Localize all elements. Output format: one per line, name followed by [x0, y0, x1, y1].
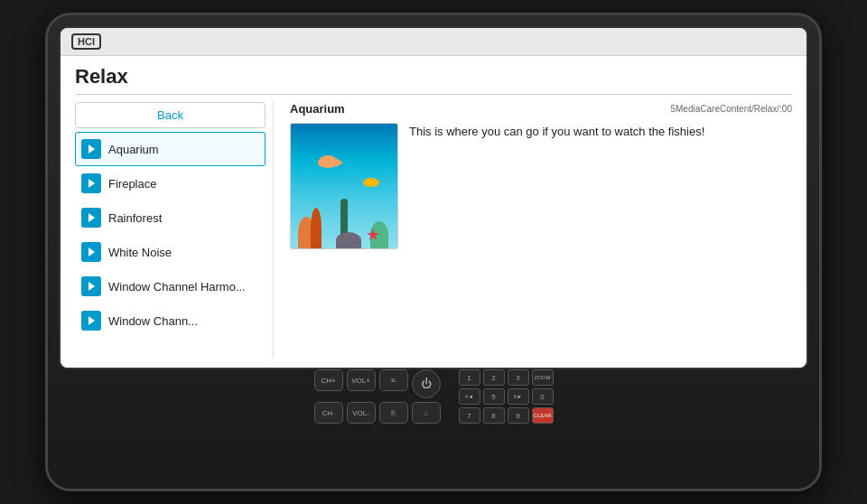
screen-content: Relax Back Aquarium Fireplace: [61, 56, 806, 368]
back-button[interactable]: Back: [75, 102, 266, 128]
numpad: 1 2 3 ZOOM 4◄ 5 6► 0 7 8 9 CLEAR: [459, 369, 554, 424]
top-controls-row: CH+ VOL+ ≡ ⏻: [314, 369, 441, 398]
play-icon-aquarium: [81, 139, 101, 159]
play-icon-rainforest: [81, 208, 101, 228]
hci-logo: HCI: [71, 33, 101, 50]
clear-button[interactable]: CLEAR: [532, 407, 554, 424]
zoom-button[interactable]: ZOOM: [532, 369, 554, 386]
home-button[interactable]: ⌂: [412, 402, 441, 424]
num9-button[interactable]: 9: [508, 407, 529, 424]
list-item-fireplace[interactable]: Fireplace: [75, 166, 266, 201]
fish2-decoration: [363, 178, 379, 187]
list-item-label-aquarium: Aquarium: [108, 143, 159, 156]
play-icon-fireplace: [81, 173, 101, 193]
preview-image: [290, 123, 398, 249]
input-button[interactable]: ⎘: [379, 402, 408, 424]
list-item-label-window-channel-2: Window Chann...: [108, 314, 198, 328]
play-icon-window-channel: [81, 276, 101, 296]
list-item-window-channel-2[interactable]: Window Chann...: [75, 303, 266, 338]
preview-description: This is where you can go if you want to …: [409, 123, 704, 249]
power-button[interactable]: ⏻: [412, 369, 441, 398]
device: HCI Relax Back Aquarium Fireplace: [45, 13, 822, 491]
list-item-white-noise[interactable]: White Noise: [75, 235, 266, 269]
right-panel: Aquarium 5MediaCareContent/Relax/:00: [283, 102, 792, 359]
bottom-controls-row: CH- VOL- ⎘ ⌂: [314, 402, 441, 424]
num8-button[interactable]: 8: [483, 407, 505, 424]
page-title: Relax: [75, 65, 792, 95]
right-header: Aquarium 5MediaCareContent/Relax/:00: [290, 102, 792, 116]
ch-down-button[interactable]: CH-: [314, 402, 343, 424]
num4-button[interactable]: 4◄: [459, 388, 480, 405]
num3-button[interactable]: 3: [508, 369, 529, 386]
ch-up-button[interactable]: CH+: [314, 369, 343, 391]
channel-volume-group: CH+ VOL+ ≡ ⏻ CH- VOL- ⎘ ⌂: [314, 369, 441, 424]
screen-wrapper: HCI Relax Back Aquarium Fireplace: [59, 26, 808, 369]
coral2-decoration: [311, 208, 322, 248]
list-item-aquarium[interactable]: Aquarium: [75, 132, 266, 166]
num0-button[interactable]: 0: [532, 388, 554, 405]
num6-button[interactable]: 6►: [508, 388, 529, 405]
list-item-label-fireplace: Fireplace: [108, 177, 156, 191]
play-icon-white-noise: [81, 242, 101, 262]
screen: HCI Relax Back Aquarium Fireplace: [61, 28, 806, 368]
main-area: Back Aquarium Fireplace Rainforest: [75, 102, 792, 359]
preview-path: 5MediaCareContent/Relax/:00: [670, 104, 792, 114]
fish1-decoration: [318, 155, 338, 168]
rock-decoration: [336, 232, 361, 248]
num2-button[interactable]: 2: [483, 369, 505, 386]
play-icon-window-channel-2: [81, 311, 101, 331]
aquarium-scene: [291, 124, 397, 248]
list-item-label-window-channel: Window Channel Harmo...: [108, 280, 246, 294]
num7-button[interactable]: 7: [459, 407, 480, 424]
list-item-label-white-noise: White Noise: [108, 246, 172, 259]
right-body: This is where you can go if you want to …: [290, 123, 792, 249]
list-item-rainforest[interactable]: Rainforest: [75, 201, 266, 235]
num5-button[interactable]: 5: [483, 388, 505, 405]
num1-button[interactable]: 1: [459, 369, 480, 386]
preview-title: Aquarium: [290, 102, 345, 116]
vol-up-button[interactable]: VOL+: [347, 369, 376, 391]
menu-button[interactable]: ≡: [379, 369, 408, 391]
vol-down-button[interactable]: VOL-: [347, 402, 376, 424]
left-panel: Back Aquarium Fireplace Rainforest: [75, 102, 274, 359]
list-item-label-rainforest: Rainforest: [108, 211, 162, 225]
bottom-controls: CH+ VOL+ ≡ ⏻ CH- VOL- ⎘ ⌂ 1 2 3 ZOOM 4◄ …: [314, 369, 554, 427]
list-item-window-channel[interactable]: Window Channel Harmo...: [75, 269, 266, 303]
screen-header: HCI: [61, 28, 806, 56]
